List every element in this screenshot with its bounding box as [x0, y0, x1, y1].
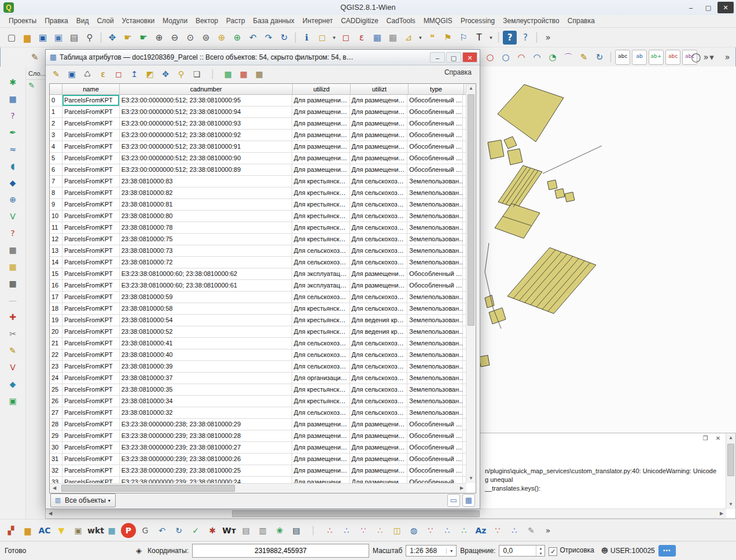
row-number[interactable]: 14	[50, 257, 62, 268]
row-number[interactable]: 28	[50, 419, 62, 430]
separator[interactable]: │	[608, 50, 613, 64]
menu-item[interactable]: CadTools	[382, 15, 419, 27]
table-row[interactable]: 5 ParcelsFromKPT ЕЗ:23:00:0000000:512; 2…	[50, 153, 466, 164]
table-row[interactable]: 29 ParcelsFromKPT ЕЗ:23:38:0000000:239; …	[50, 430, 466, 442]
scrollbar-thumb[interactable]	[232, 510, 480, 517]
save-edits[interactable]: ▣	[65, 67, 79, 81]
separator[interactable]: │	[496, 31, 501, 45]
cell-utilizd[interactable]: Для крестьянск…	[292, 199, 350, 211]
cell-type[interactable]: Землепользован…	[407, 234, 463, 245]
left-tool-vertex[interactable]: V	[6, 210, 19, 223]
column-header-type[interactable]: type	[409, 84, 464, 95]
cell-utilizd[interactable]: Для размещени…	[292, 130, 350, 141]
row-number[interactable]: 6	[50, 164, 62, 176]
cell-type[interactable]: Землепользован…	[407, 373, 463, 384]
row-number[interactable]: 16	[50, 280, 62, 292]
refresh-plugin[interactable]: ↻	[171, 523, 186, 538]
cell-type[interactable]: Землепользован…	[407, 384, 463, 396]
cell-name[interactable]: ParcelsFromKPT	[62, 153, 120, 164]
row-number[interactable]: 15	[50, 268, 62, 280]
cell-name[interactable]: ParcelsFromKPT	[62, 407, 120, 419]
table-row[interactable]: 32 ParcelsFromKPT ЕЗ:23:38:0000000:239; …	[50, 465, 466, 477]
cell-cadnumber[interactable]: 23:38:0810000:40	[120, 349, 292, 361]
cell-type[interactable]: Обособленный …	[407, 130, 463, 141]
menu-item[interactable]: MMQGIS	[419, 15, 457, 27]
open-project[interactable]: ▆	[20, 31, 34, 45]
select-expression[interactable]: ε	[355, 31, 369, 45]
row-number[interactable]: 1	[50, 106, 62, 118]
chevron-down-icon[interactable]: ▾	[446, 548, 456, 554]
db-plugin[interactable]: ◫	[389, 523, 404, 538]
cell-type[interactable]: Обособленный …	[407, 268, 463, 280]
messages-button[interactable]: •••	[658, 545, 676, 557]
row-number[interactable]: 30	[50, 442, 62, 454]
table-row[interactable]: 12 ParcelsFromKPT 23:38:0810000:75 Для к…	[50, 234, 466, 245]
minimize-button[interactable]: –	[430, 52, 445, 62]
separator[interactable]: │	[534, 31, 539, 45]
annotation-dropdown[interactable]: ▾	[488, 31, 494, 45]
row-number[interactable]: 7	[50, 176, 62, 187]
cell-utilizt[interactable]: Для сельскохоз…	[350, 257, 408, 268]
row-number[interactable]: 19	[50, 315, 62, 326]
table-row[interactable]: 17 ParcelsFromKPT 23:38:0810000:59 Для с…	[50, 292, 466, 303]
table-row[interactable]: 9 ParcelsFromKPT 23:38:0810000:81 Для кр…	[50, 199, 466, 211]
table-row[interactable]: 26 ParcelsFromKPT 23:38:0810000:34 Для к…	[50, 396, 466, 407]
cell-cadnumber[interactable]: 23:38:0810000:75	[120, 234, 292, 245]
cell-utilizt[interactable]: Для сельскохоз…	[350, 211, 408, 222]
cell-utilizd[interactable]: Для эксплуатац…	[292, 268, 350, 280]
cell-utilizt[interactable]: Для ведения кр…	[350, 326, 408, 338]
new-column[interactable]: ▦	[221, 67, 235, 81]
cell-name[interactable]: ParcelsFromKPT	[62, 361, 120, 373]
row-number[interactable]: 21	[50, 338, 62, 349]
cell-cadnumber[interactable]: 23:38:0810000:83	[120, 176, 292, 187]
cell-name[interactable]: ParcelsFromKPT	[62, 118, 120, 130]
topology-icon-7[interactable]: ∴	[457, 523, 472, 538]
cell-utilizt[interactable]: Для сельскохоз…	[350, 338, 408, 349]
left-tool-node[interactable]: ✱	[6, 76, 19, 89]
cell-name[interactable]: ParcelsFromKPT	[62, 176, 120, 187]
cell-name[interactable]: ParcelsFromKPT	[62, 292, 120, 303]
cell-name[interactable]: ParcelsFromKPT	[62, 95, 120, 106]
topology-icon-6[interactable]: ∴	[440, 523, 455, 538]
label-pin[interactable]: abc	[665, 50, 680, 65]
cell-name[interactable]: ParcelsFromKPT	[62, 106, 120, 118]
cell-type[interactable]: Землепользован…	[407, 245, 463, 257]
new-bookmark[interactable]: ⚑	[441, 31, 455, 45]
layers-panel-icon[interactable]: ✎	[28, 81, 35, 90]
left-tool-grid-d[interactable]: ▦	[6, 277, 19, 290]
cell-type[interactable]: Обособленный …	[407, 430, 463, 442]
row-number[interactable]: 0	[50, 95, 62, 106]
table-row[interactable]: 13 ParcelsFromKPT 23:38:0810000:73 Для с…	[50, 245, 466, 257]
cell-type[interactable]: Землепользован…	[407, 315, 463, 326]
column-header-cadnumber[interactable]: cadnumber	[120, 84, 293, 95]
cell-cadnumber[interactable]: 23:38:0810000:72	[120, 257, 292, 268]
pan-map[interactable]: ☛	[121, 31, 135, 45]
cell-utilizt[interactable]: Для сельскохоз…	[350, 361, 408, 373]
cell-cadnumber[interactable]: 23:38:0810000:34	[120, 396, 292, 407]
scroll-up-icon[interactable]: ▲	[466, 84, 476, 93]
cad-arc-2[interactable]: ◠	[530, 50, 544, 64]
cell-name[interactable]: ParcelsFromKPT	[62, 130, 120, 141]
cell-type[interactable]: Землепользован…	[407, 257, 463, 268]
cell-utilizt[interactable]: Для размещени…	[350, 153, 408, 164]
left-tool-box[interactable]: ▣	[6, 395, 19, 407]
cell-utilizt[interactable]: Для размещени…	[350, 465, 408, 477]
cell-utilizd[interactable]: Для крестьянск…	[292, 396, 350, 407]
left-tool-cross[interactable]: ✚	[6, 311, 19, 323]
rotation-spinner[interactable]: 0,0 ▴ ▾	[499, 545, 545, 557]
menu-item[interactable]: Вид	[72, 15, 93, 27]
cell-name[interactable]: ParcelsFromKPT	[62, 442, 120, 454]
cell-utilizt[interactable]: Для размещени…	[350, 118, 408, 130]
close-button[interactable]: ✕	[462, 52, 477, 62]
cell-cadnumber[interactable]: 23:38:0810000:81	[120, 199, 292, 211]
cell-utilizd[interactable]: Для крестьянск…	[292, 187, 350, 199]
cell-cadnumber[interactable]: ЕЗ:23:00:0000000:512; 23:38:0810000:92	[120, 130, 292, 141]
compass-plugin[interactable]: G	[138, 523, 153, 538]
cell-cadnumber[interactable]: 23:38:0810000:39	[120, 361, 292, 373]
copy-selected[interactable]: ❏	[190, 67, 204, 81]
menu-item[interactable]: Модули	[159, 15, 192, 27]
table-row[interactable]: 10 ParcelsFromKPT 23:38:0810000:80 Для к…	[50, 211, 466, 222]
left-tool-wave[interactable]: ≈	[6, 143, 19, 156]
row-number[interactable]: 9	[50, 199, 62, 211]
table-row[interactable]: 19 ParcelsFromKPT 23:38:0810000:54 Для к…	[50, 315, 466, 326]
